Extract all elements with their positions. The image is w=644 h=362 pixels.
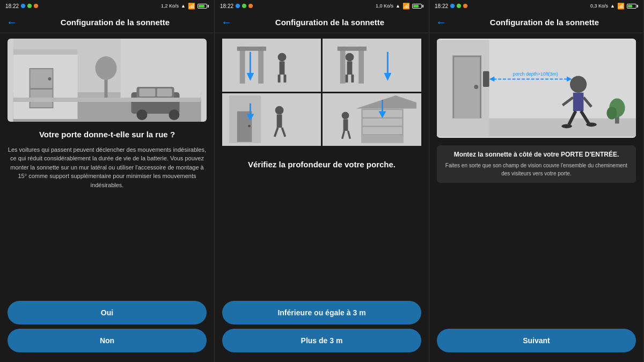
status-right-2: 1,0 Ko/s ▲ 📶: [376, 3, 423, 10]
dot-orange-3: [463, 4, 467, 8]
question-title-1: Votre porte donne-t-elle sur la rue ?: [39, 129, 175, 140]
svg-rect-30: [340, 47, 346, 84]
network-speed-3: 0,3 Ko/s: [590, 3, 608, 9]
dot-blue-3: [450, 4, 455, 8]
non-button[interactable]: Non: [8, 329, 207, 352]
dot-orange-2: [248, 4, 253, 8]
svg-point-23: [278, 53, 287, 62]
svg-point-68: [570, 76, 587, 93]
dot-orange-1: [34, 4, 38, 8]
status-time-3: 18:22: [435, 3, 467, 9]
signal-2: ▲: [396, 3, 400, 9]
porch-svg-3: [227, 95, 316, 143]
svg-rect-35: [346, 75, 348, 83]
header-2: ← Configuration de la sonnette: [215, 12, 429, 33]
buttons-area-1: Oui Non: [8, 298, 207, 357]
status-bar-3: 18:22 0,3 Ko/s ▲ 📶: [429, 0, 643, 12]
porch-grid: [222, 39, 421, 146]
svg-rect-34: [347, 61, 353, 75]
back-button-2[interactable]: ←: [221, 16, 232, 28]
dot-green-2: [242, 4, 246, 8]
status-right-3: 0,3 Ko/s ▲ 📶: [590, 3, 638, 10]
svg-rect-4: [13, 49, 78, 55]
svg-point-14: [137, 109, 148, 120]
page-title-3: Configuration de la sonnette: [452, 18, 637, 27]
svg-point-8: [48, 77, 52, 80]
svg-rect-44: [277, 115, 282, 128]
svg-rect-31: [358, 47, 364, 84]
back-button-3[interactable]: ←: [436, 16, 447, 28]
porch-svg-2: [327, 41, 416, 89]
svg-rect-16: [140, 88, 156, 97]
instruction-text: Faites en sorte que son champ de vision …: [442, 161, 631, 178]
lte3m-button[interactable]: Inférieure ou égale à 3 m: [222, 301, 421, 324]
svg-rect-69: [573, 93, 584, 111]
dot-green-3: [457, 4, 461, 8]
back-button-1[interactable]: ←: [6, 16, 17, 28]
svg-rect-26: [284, 75, 287, 83]
screen-2: 18:22 1,0 Ko/s ▲ 📶 ← Configuration de la…: [215, 0, 429, 362]
svg-rect-18: [13, 98, 201, 102]
signal-1: ▲: [181, 3, 186, 9]
buttons-area-2: Inférieure ou égale à 3 m Plus de 3 m: [222, 298, 421, 357]
svg-rect-25: [278, 75, 281, 83]
content-1: Votre porte donne-t-elle sur la rue ? Le…: [0, 33, 214, 362]
svg-point-11: [96, 56, 117, 80]
status-bar-2: 18:22 1,0 Ko/s ▲ 📶: [215, 0, 429, 12]
svg-text:porch depth>10ft(3m): porch depth>10ft(3m): [513, 71, 558, 77]
header-1: ← Configuration de la sonnette: [0, 12, 214, 33]
battery-2: [412, 4, 423, 9]
depth-title: Vérifiez la profondeur de votre porche.: [248, 159, 396, 170]
description-1: Les voitures qui passent peuvent déclenc…: [8, 145, 207, 190]
network-speed-1: 1,2 Ko/s: [161, 3, 179, 9]
dot-blue-2: [236, 4, 240, 8]
status-time-2: 18:22: [220, 3, 253, 9]
wifi-icon-3: 📶: [617, 3, 625, 10]
svg-rect-36: [352, 75, 354, 83]
grid-cell-2: [323, 39, 421, 92]
door-svg: porch depth>10ft(3m): [437, 39, 636, 138]
svg-rect-67: [483, 71, 489, 87]
svg-rect-52: [362, 119, 402, 127]
street-illustration: [8, 39, 207, 122]
svg-point-66: [474, 85, 478, 89]
grid-cell-1: [222, 39, 321, 92]
svg-rect-56: [343, 120, 348, 131]
content-3: porch depth>10ft(3m) Montez la sonnette …: [429, 33, 643, 362]
porch-svg-4: [327, 95, 416, 143]
dot-blue-1: [21, 4, 25, 8]
wifi-icon-1: 📶: [188, 3, 195, 10]
time-3: 18:22: [435, 3, 448, 9]
buttons-area-3: Suivant: [437, 326, 636, 357]
network-speed-2: 1,0 Ko/s: [376, 3, 393, 9]
suivant-button[interactable]: Suivant: [437, 329, 636, 352]
dot-green-1: [27, 4, 32, 8]
svg-point-33: [346, 53, 354, 62]
page-title-1: Configuration de la sonnette: [23, 18, 208, 27]
status-bar-1: 18:22 1,2 Ko/s ▲ 📶: [0, 0, 214, 12]
street-svg: [8, 39, 207, 122]
instruction-box: Montez la sonnette à côté de votre PORTE…: [437, 145, 636, 183]
svg-rect-17: [157, 88, 172, 97]
time-1: 18:22: [5, 3, 19, 9]
porch-svg-1: [227, 41, 316, 89]
header-3: ← Configuration de la sonnette: [429, 12, 643, 33]
svg-point-75: [586, 122, 597, 127]
svg-point-43: [275, 106, 284, 115]
svg-point-55: [342, 112, 349, 120]
status-right-1: 1,2 Ko/s ▲ 📶: [161, 3, 209, 10]
content-2: Vérifiez la profondeur de votre porche. …: [215, 33, 429, 362]
svg-rect-21: [258, 47, 264, 84]
instruction-title: Montez la sonnette à côté de votre PORTE…: [442, 151, 631, 158]
gt3m-button[interactable]: Plus de 3 m: [222, 329, 421, 352]
grid-cell-4: [323, 93, 421, 146]
wifi-icon-2: 📶: [402, 3, 410, 10]
signal-3: ▲: [610, 3, 615, 9]
door-illustration: porch depth>10ft(3m): [437, 39, 636, 138]
oui-button[interactable]: Oui: [8, 301, 207, 324]
svg-point-42: [248, 125, 251, 128]
svg-point-82: [606, 107, 617, 119]
svg-rect-22: [237, 47, 266, 51]
grid-cell-3: [222, 93, 321, 146]
svg-point-74: [561, 124, 572, 128]
